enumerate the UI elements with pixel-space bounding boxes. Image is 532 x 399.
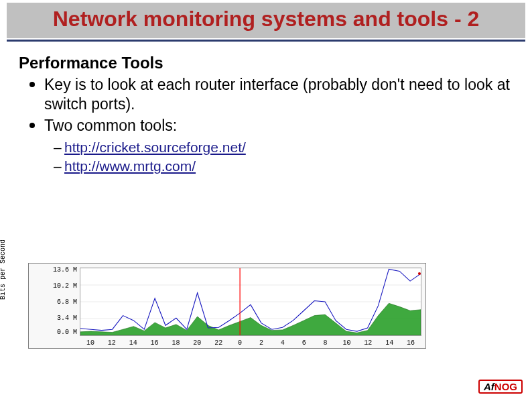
chart-ylabel: Bits per Second: [0, 239, 7, 300]
chart-plot-area: [80, 268, 421, 336]
bullet-item: Key is to look at each router interface …: [29, 75, 519, 114]
xtick: 14: [123, 339, 144, 347]
chart-svg: [80, 268, 421, 335]
xtick: 22: [208, 339, 229, 347]
xtick: 14: [379, 339, 400, 347]
bullet-item: Two common tools:: [29, 116, 519, 135]
xtick: 16: [144, 339, 165, 347]
ytick: 6.8 M: [52, 298, 77, 306]
content-area: Performance Tools Key is to look at each…: [0, 42, 532, 176]
xtick-row: 101214161820220246810121416: [80, 339, 421, 347]
ytick: 13.6 M: [52, 266, 77, 274]
xtick: 2: [251, 339, 272, 347]
slide-title: Network monitoring systems and tools - 2: [13, 7, 519, 32]
xtick: 12: [101, 339, 123, 347]
ytick: 3.4 M: [52, 315, 77, 322]
xtick: 18: [165, 339, 187, 347]
slide: Network monitoring systems and tools - 2…: [0, 3, 532, 399]
afnog-logo: AfNOG: [478, 380, 523, 394]
section-heading: Performance Tools: [19, 54, 519, 72]
sublink-item: –http://www.mrtg.com/: [54, 157, 519, 176]
xtick: 6: [293, 339, 315, 347]
xtick: 12: [357, 339, 379, 347]
ytick: 0.0 M: [52, 329, 77, 336]
sublink-list: –http://cricket.sourceforge.net/ –http:/…: [19, 138, 519, 176]
svg-point-5: [418, 272, 421, 275]
link-mrtg[interactable]: http://www.mrtg.com/: [64, 158, 196, 174]
logo-af: Af: [484, 382, 494, 392]
xtick: 16: [400, 339, 421, 347]
sublink-item: –http://cricket.sourceforge.net/: [54, 138, 519, 157]
xtick: 0: [229, 339, 251, 347]
xtick: 20: [186, 339, 208, 347]
xtick: 8: [315, 339, 336, 347]
bullet-list: Key is to look at each router interface …: [19, 75, 519, 135]
xtick: 10: [80, 339, 101, 347]
title-bar: Network monitoring systems and tools - 2: [7, 3, 525, 38]
traffic-chart: Bits per Second 13.6 M 10.2 M 6.8 M 3.4 …: [28, 263, 426, 349]
ytick: 10.2 M: [52, 282, 77, 290]
link-cricket[interactable]: http://cricket.sourceforge.net/: [64, 139, 246, 155]
xtick: 10: [336, 339, 358, 347]
logo-nog: NOG: [494, 382, 517, 392]
xtick: 4: [272, 339, 293, 347]
